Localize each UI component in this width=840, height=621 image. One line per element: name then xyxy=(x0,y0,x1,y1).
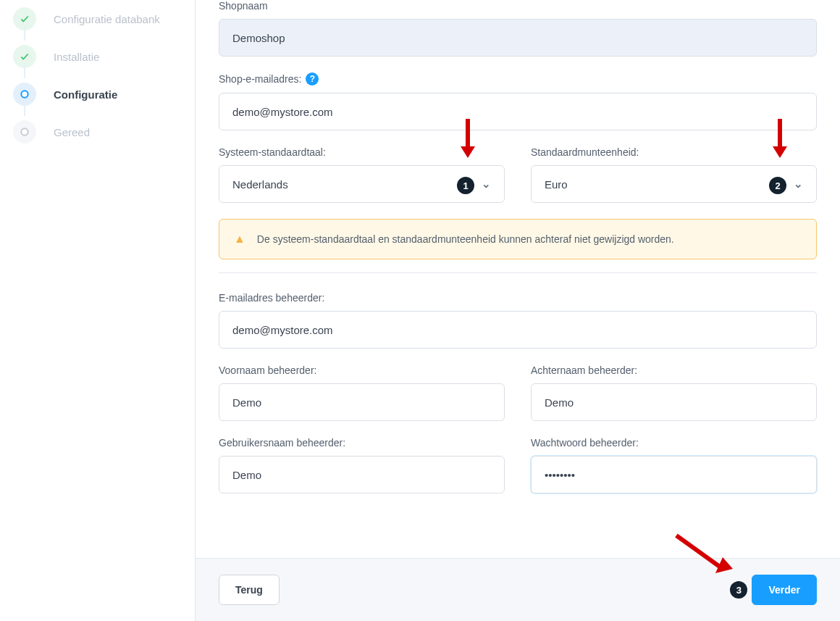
language-label: Systeem-standaardtaal: xyxy=(219,146,505,158)
circle-icon xyxy=(13,120,36,143)
warning-text: De systeem-standaardtaal en standaardmun… xyxy=(257,233,674,245)
chevron-down-icon: ⌄ xyxy=(794,178,803,191)
circle-icon xyxy=(13,83,36,106)
wizard-footer: Terug 3 Verder xyxy=(196,558,840,621)
admin-email-input[interactable] xyxy=(219,311,817,349)
chevron-down-icon: ⌄ xyxy=(482,178,491,191)
step-label: Gereed xyxy=(54,126,90,138)
warning-icon: ▲ xyxy=(234,233,245,246)
admin-first-label: Voornaam beheerder: xyxy=(219,364,505,376)
shopemail-label: Shop-e-mailadres: xyxy=(219,73,301,85)
admin-last-label: Achternaam beheerder: xyxy=(531,364,817,376)
annotation-badge-2: 2 xyxy=(769,177,786,194)
divider xyxy=(219,272,817,273)
language-value: Nederlands xyxy=(232,178,288,191)
shopname-input[interactable] xyxy=(219,19,817,57)
annotation-badge-1: 1 xyxy=(457,177,474,194)
admin-pass-label: Wachtwoord beheerder: xyxy=(531,437,817,449)
admin-email-label: E-mailadres beheerder: xyxy=(219,292,817,304)
svg-point-0 xyxy=(21,91,28,97)
step-label: Configuratie xyxy=(54,88,117,101)
install-steps-sidebar: Configuratie databank Installatie Config… xyxy=(0,0,196,621)
shopemail-input[interactable] xyxy=(219,93,817,130)
admin-pass-input[interactable] xyxy=(531,456,817,493)
warning-alert: ▲ De systeem-standaardtaal en standaardm… xyxy=(219,219,817,259)
currency-label: Standaardmunteenheid: xyxy=(531,146,817,158)
config-form: Shopnaam Shop-e-mailadres: ? Systeem-sta… xyxy=(196,0,840,558)
next-button[interactable]: Verder xyxy=(752,575,817,605)
back-button[interactable]: Terug xyxy=(219,575,280,605)
annotation-badge-3: 3 xyxy=(730,581,747,599)
admin-user-label: Gebruikersnaam beheerder: xyxy=(219,437,505,449)
step-config-db: Configuratie databank xyxy=(12,0,183,38)
step-configuratie: Configuratie xyxy=(12,75,183,113)
step-label: Configuratie databank xyxy=(54,13,160,25)
step-installatie: Installatie xyxy=(12,38,183,75)
check-icon xyxy=(13,45,36,68)
check-icon xyxy=(13,7,36,30)
step-label: Installatie xyxy=(54,51,99,63)
help-icon[interactable]: ? xyxy=(306,72,319,86)
step-gereed: Gereed xyxy=(12,113,183,151)
admin-last-input[interactable] xyxy=(531,383,817,421)
svg-marker-7 xyxy=(715,557,733,573)
admin-first-input[interactable] xyxy=(219,383,505,421)
shopname-label: Shopnaam xyxy=(219,0,817,12)
svg-point-1 xyxy=(21,128,28,135)
currency-value: Euro xyxy=(545,178,568,191)
admin-user-input[interactable] xyxy=(219,456,505,493)
